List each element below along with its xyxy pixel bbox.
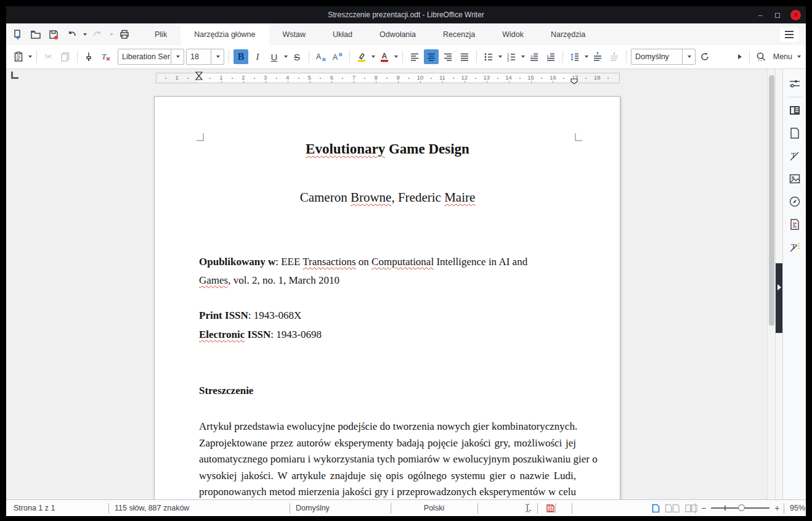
print-issn-line[interactable]: Print ISSN: 1943-068X (199, 310, 576, 322)
sidebar-navigator-button[interactable] (787, 194, 802, 209)
clear-formatting-button[interactable]: T (99, 49, 113, 64)
main-area: 1123456789101112131415161718 Evolutionar… (6, 69, 806, 499)
bullet-list-dropdown[interactable] (498, 55, 502, 58)
document-page[interactable]: Evolutionary Game Design Cameron Browne,… (154, 96, 620, 499)
page-number-status[interactable]: Strona 1 z 1 (14, 500, 55, 516)
increase-indent-icon (545, 51, 556, 62)
close-button[interactable]: ✕ (790, 10, 801, 20)
sidebar-toggle-strip (775, 69, 782, 499)
sidebar-gallery-button[interactable] (787, 171, 802, 186)
language-status[interactable]: Polski (391, 500, 477, 516)
tab-plik[interactable]: Plik (141, 23, 181, 45)
line-spacing-dropdown[interactable] (585, 55, 588, 58)
justify-button[interactable] (457, 49, 472, 64)
insert-mode-status[interactable] (522, 500, 532, 516)
sidebar-character-button[interactable]: T (787, 149, 802, 163)
numbered-list-dropdown[interactable] (521, 55, 525, 58)
undo-dropdown[interactable] (83, 33, 87, 36)
find-replace-button[interactable] (754, 49, 769, 64)
sidebar-properties-button[interactable] (787, 76, 802, 91)
align-left-button[interactable] (407, 49, 422, 64)
abstract-heading[interactable]: Streszczenie (199, 385, 576, 397)
undo-button[interactable] (65, 28, 78, 41)
indent-marker-right[interactable] (570, 78, 578, 84)
open-button[interactable] (29, 28, 43, 41)
paragraph-style-combobox[interactable]: Domyślny (631, 49, 696, 65)
tab-odwolania[interactable]: Odwołania (366, 23, 429, 45)
document-workspace: 1123456789101112131415161718 Evolutionar… (6, 69, 767, 499)
highlighter-icon (356, 51, 367, 62)
paste-button[interactable] (11, 49, 26, 64)
underline-dropdown[interactable] (284, 55, 288, 58)
bold-button[interactable]: B (233, 49, 248, 64)
font-color-dropdown[interactable] (394, 55, 398, 58)
multi-page-view-icon[interactable] (665, 504, 680, 513)
zoom-in-button[interactable]: + (774, 503, 779, 513)
increase-indent-button[interactable] (543, 49, 558, 64)
underline-button[interactable]: U (267, 49, 282, 64)
tab-wstaw[interactable]: Wstaw (269, 23, 320, 45)
font-name-dropdown[interactable] (171, 49, 184, 64)
tab-uklad[interactable]: Układ (319, 23, 366, 45)
sidebar-manage-changes-button[interactable] (787, 217, 802, 232)
numbered-list-button[interactable]: 123 (504, 49, 519, 64)
document-authors[interactable]: Cameron Browne, Frederic Maire (199, 190, 576, 205)
toolbar-overflow-button[interactable] (735, 49, 745, 64)
sidebar-show-button[interactable] (776, 263, 782, 333)
align-right-button[interactable] (441, 49, 455, 64)
zoom-out-button[interactable]: − (701, 503, 706, 513)
sidebar-styles-button[interactable] (787, 126, 802, 141)
horizontal-ruler[interactable]: 1123456789101112131415161718 (156, 73, 620, 83)
highlight-color-button[interactable] (354, 49, 369, 64)
menu-dropdown[interactable] (797, 55, 801, 58)
strikethrough-button[interactable]: S (290, 49, 304, 64)
new-document-button[interactable] (11, 28, 25, 41)
maximize-button[interactable] (773, 10, 782, 20)
minimize-button[interactable]: – (756, 10, 765, 20)
zoom-percentage[interactable]: 95% (790, 500, 805, 516)
font-color-button[interactable]: A (377, 49, 392, 64)
menu-button[interactable]: Menu (771, 52, 795, 61)
sidebar-accessibility-check-button[interactable]: T (787, 240, 802, 255)
save-button[interactable] (47, 28, 60, 41)
line-spacing-button[interactable] (567, 49, 582, 64)
superscript-button[interactable]: AB (330, 49, 345, 64)
book-view-icon[interactable] (684, 504, 698, 513)
page-style-status[interactable]: Domyślny (296, 500, 330, 516)
electronic-issn-line[interactable]: Electronic ISSN: 1943-0698 (199, 329, 576, 341)
tab-narzedzia[interactable]: Narzędzia (537, 23, 599, 45)
font-size-dropdown[interactable] (211, 49, 224, 64)
zoom-slider-handle[interactable] (738, 504, 745, 511)
tab-recenzja[interactable]: Recenzja (429, 23, 489, 45)
published-in-paragraph[interactable]: Opublikowany w: EEE Transactions on Comp… (199, 253, 576, 290)
font-size-combobox[interactable]: 18 (186, 49, 224, 65)
abstract-paragraph[interactable]: Artykuł przedstawia ewolucyjne podejście… (199, 419, 576, 499)
unsaved-changes-status[interactable] (546, 500, 555, 516)
decrease-indent-button[interactable] (527, 49, 542, 64)
align-center-button[interactable] (424, 49, 439, 64)
print-button[interactable] (118, 28, 131, 41)
word-count-status[interactable]: 115 słów, 887 znaków (115, 500, 189, 516)
update-style-button[interactable] (697, 49, 712, 64)
tab-widok[interactable]: Widok (489, 23, 537, 45)
scrollbar-thumb[interactable] (769, 75, 774, 326)
vertical-scrollbar[interactable] (767, 69, 775, 499)
tab-narzedzia-glowne[interactable]: Narzędzia główne (181, 23, 269, 45)
italic-button[interactable]: I (250, 49, 265, 64)
paragraph-style-dropdown[interactable] (682, 49, 695, 64)
clone-formatting-button[interactable] (82, 49, 97, 64)
menubar-toggle-button[interactable] (780, 27, 798, 42)
increase-paragraph-spacing-button[interactable] (590, 49, 605, 64)
bullet-list-button[interactable] (481, 49, 496, 64)
indent-marker-first-line[interactable] (195, 72, 203, 80)
zoom-slider[interactable] (711, 507, 769, 509)
redo-icon (92, 29, 104, 40)
paste-dropdown[interactable] (28, 55, 32, 58)
single-page-view-icon[interactable] (652, 504, 660, 513)
document-title[interactable]: Evolutionary Game Design (199, 141, 576, 157)
highlight-color-dropdown[interactable] (371, 55, 375, 58)
font-name-combobox[interactable]: Liberation Ser (118, 49, 184, 65)
subscript-button[interactable]: AB (314, 49, 328, 64)
tab-stop-selector[interactable] (11, 72, 18, 79)
sidebar-page-button[interactable] (787, 103, 802, 118)
